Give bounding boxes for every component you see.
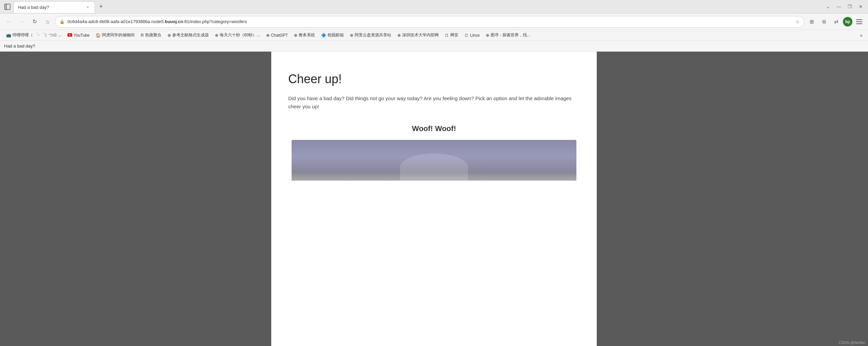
watermark: CSDN @0in0bn — [839, 341, 865, 345]
ahudorm-icon: 🏠 — [96, 33, 101, 38]
back-button[interactable]: ← — [3, 16, 14, 27]
bookmark-item-bilibili[interactable]: 📺哔哩哔哩（ ゜- ゜）つロ ... — [3, 31, 64, 39]
qr-code-button[interactable]: ⊞ — [806, 16, 817, 27]
bookmark-item-chatgpt[interactable]: ⊕ChatGPT — [263, 32, 291, 39]
wangsu-label: 网安 — [450, 32, 458, 38]
youtube-label: YouTube — [74, 33, 90, 38]
runoob-icon: R — [141, 33, 144, 38]
aliyun-icon: ⊕ — [350, 33, 353, 38]
linux-icon: 🗋 — [465, 33, 469, 38]
runoob-label: 热搜聚合 — [145, 32, 161, 38]
page-title-bar: Had a bad day? — [0, 41, 868, 52]
url-domain: buuoj.cn — [165, 19, 183, 24]
security-icon: 🔒 — [59, 19, 65, 24]
hamburger-icon — [854, 16, 865, 27]
bookmark-item-campus[interactable]: 🔷校园邮箱 — [318, 31, 347, 39]
bilibili-label: 哔哩哔哩（ ゜- ゜）つロ ... — [13, 32, 61, 38]
url-before-domain: 0c6d4a4a-adc8-4b08-aafa-a01e1793886a.nod… — [67, 19, 165, 24]
tab-title: Had a bad day? — [18, 5, 82, 10]
sztu-label: 深圳技术大学内部网 — [402, 32, 439, 38]
woof-title: Woof! Woof! — [288, 124, 580, 133]
tuso-label: 图寻 - 探索世界，找... — [491, 32, 530, 38]
bookmark-item-runoob[interactable]: R热搜聚合 — [138, 31, 164, 39]
youtube-icon — [67, 33, 72, 38]
window-controls: ⌄ — ❐ ✕ — [823, 2, 865, 12]
dropdown-button[interactable]: ⌄ — [823, 2, 833, 12]
back-forward-button[interactable]: ⇄ — [831, 16, 842, 27]
bookmark-item-sixtysec[interactable]: ⊕每天六十秒（60秒）... — [212, 31, 263, 39]
svg-rect-1 — [5, 4, 6, 10]
page-title-text: Had a bad day? — [4, 43, 35, 49]
bookmark-item-jiaowu[interactable]: ⊕教务系统 — [291, 31, 318, 39]
sixtysec-label: 每天六十秒（60秒）... — [220, 32, 260, 38]
bookmarks-more-button[interactable]: » — [858, 32, 865, 39]
tuso-icon: ⊕ — [486, 33, 489, 38]
bookmark-item-aliyun[interactable]: ⊕阿里云盘资源共享站 — [347, 31, 394, 39]
dog-image — [292, 140, 576, 181]
cheer-description: Did you have a bad day? Did things not g… — [288, 94, 580, 111]
tab-bar: Had a bad day? × + ⌄ — ❐ ✕ — [0, 0, 868, 14]
campus-label: 校园邮箱 — [328, 32, 344, 38]
minimize-button[interactable]: — — [834, 2, 844, 12]
url-display: 0c6d4a4a-adc8-4b08-aafa-a01e1793886a.nod… — [67, 19, 793, 24]
citation-icon: ⊕ — [167, 33, 171, 38]
chatgpt-icon: ⊕ — [266, 33, 270, 38]
linux-label: Linux — [470, 33, 480, 38]
jiaowu-label: 教务系统 — [299, 32, 315, 38]
bookmark-item-sztu[interactable]: ⊕深圳技术大学内部网 — [395, 31, 441, 39]
aliyun-label: 阿里云盘资源共享站 — [355, 32, 391, 38]
sztu-icon: ⊕ — [397, 33, 401, 38]
nav-extra-buttons: ⊞ ⧉ ⇄ bp — [806, 16, 865, 27]
menu-button[interactable] — [854, 16, 865, 27]
restore-button[interactable]: ❐ — [845, 2, 854, 12]
active-tab[interactable]: Had a bad day? × — [14, 1, 95, 13]
nav-bar: ← → ↻ ⌂ 🔒 0c6d4a4a-adc8-4b08-aafa-a01e17… — [0, 14, 868, 30]
campus-icon: 🔷 — [321, 33, 326, 38]
refresh-button[interactable]: ↻ — [29, 16, 40, 27]
address-bar[interactable]: 🔒 0c6d4a4a-adc8-4b08-aafa-a01e1793886a.n… — [55, 16, 804, 28]
dog-image-blur — [400, 153, 468, 181]
chatgpt-label: ChatGPT — [271, 33, 288, 38]
sidebar-toggle-button[interactable] — [3, 2, 12, 12]
home-button[interactable]: ⌂ — [42, 16, 53, 27]
url-after-domain: :81/index.php?category=woofers — [183, 19, 247, 24]
bookmark-item-linux[interactable]: 🗋Linux — [462, 32, 482, 39]
tab-close-button[interactable]: × — [85, 4, 91, 10]
bookmark-item-youtube[interactable]: YouTube — [65, 32, 92, 39]
bookmark-item-wangsu[interactable]: 🗋网安 — [442, 31, 461, 39]
wangsu-icon: 🗋 — [445, 33, 449, 38]
forward-button[interactable]: → — [16, 16, 27, 27]
extensions-button[interactable]: ⧉ — [818, 16, 829, 27]
content-page: Cheer up! Did you have a bad day? Did th… — [271, 52, 597, 346]
bilibili-icon: 📺 — [6, 33, 11, 38]
cheer-heading: Cheer up! — [288, 72, 580, 86]
page-content: Cheer up! Did you have a bad day? Did th… — [271, 52, 597, 181]
bookmarks-bar: 📺哔哩哔哩（ ゜- ゜）つロ ...YouTube🏠阿虎同学的储物间R热搜聚合⊕… — [0, 30, 868, 41]
sixtysec-icon: ⊕ — [215, 33, 218, 38]
jiaowu-icon: ⊕ — [294, 33, 297, 38]
bookmark-item-citation[interactable]: ⊕参考文献格式生成器 — [165, 31, 212, 39]
bookmark-item-ahudorm[interactable]: 🏠阿虎同学的储物间 — [93, 31, 137, 39]
profile-button[interactable]: bp — [843, 17, 852, 26]
new-tab-button[interactable]: + — [96, 2, 106, 12]
browser-frame: Had a bad day? × + ⌄ — ❐ ✕ ← → ↻ ⌂ 🔒 0c6… — [0, 0, 868, 346]
bookmark-item-tuso[interactable]: ⊕图寻 - 探索世界，找... — [483, 31, 533, 39]
close-window-button[interactable]: ✕ — [856, 2, 865, 12]
ahudorm-label: 阿虎同学的储物间 — [102, 32, 135, 38]
bookmark-star-icon[interactable]: ☆ — [795, 19, 800, 24]
content-area: Cheer up! Did you have a bad day? Did th… — [0, 52, 868, 346]
citation-label: 参考文献格式生成器 — [172, 32, 209, 38]
